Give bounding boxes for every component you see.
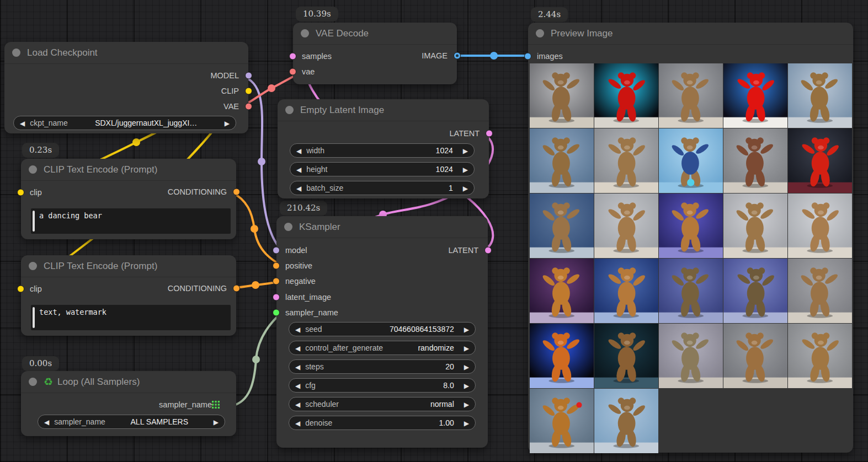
preview-image-10: [788, 128, 852, 193]
node-empty-latent-image[interactable]: Empty Latent Image LATENT width 1024 hei…: [278, 99, 489, 198]
conditioning-output-slot[interactable]: [233, 285, 240, 292]
dancing-bear-illustration: [539, 132, 585, 190]
preview-image-6: [530, 128, 594, 193]
dancing-bear-illustration: [603, 327, 649, 385]
increment-arrow-icon[interactable]: [225, 119, 230, 127]
timing-badge-ksampler: 210.42s: [280, 201, 327, 216]
seed-widget[interactable]: seed 704660864153872: [289, 322, 476, 336]
increment-arrow-icon[interactable]: [464, 343, 469, 352]
latent-output-slot[interactable]: [484, 247, 492, 254]
increment-arrow-icon[interactable]: [463, 146, 468, 155]
increment-arrow-icon[interactable]: [214, 417, 219, 426]
node-header[interactable]: CLIP Text Encode (Prompt): [21, 159, 236, 181]
batch-size-widget[interactable]: batch_size 1: [290, 181, 475, 195]
decrement-arrow-icon[interactable]: [295, 381, 300, 390]
decrement-arrow-icon[interactable]: [295, 325, 300, 334]
node-header[interactable]: Load Checkpoint: [4, 42, 248, 64]
node-header[interactable]: CLIP Text Encode (Prompt): [21, 255, 236, 277]
widget-value: 1: [449, 184, 453, 192]
node-preview-image[interactable]: Preview Image images: [528, 23, 853, 453]
clip-output-slot[interactable]: [245, 88, 252, 95]
node-header[interactable]: Empty Latent Image: [278, 99, 489, 121]
collapse-dot[interactable]: [301, 29, 309, 37]
node-title: KSampler: [299, 222, 340, 233]
images-input-slot[interactable]: [524, 53, 531, 60]
cfg-widget[interactable]: cfg 8.0: [289, 378, 476, 393]
preview-image-5: [788, 63, 852, 128]
decrement-arrow-icon[interactable]: [295, 362, 300, 371]
dancing-bear-illustration: [603, 67, 649, 125]
prompt-textarea[interactable]: text, watermark: [31, 305, 231, 330]
slot-label: CONDITIONING: [168, 284, 227, 293]
scheduler-widget[interactable]: scheduler normal: [289, 397, 476, 411]
positive-input-slot[interactable]: [273, 262, 280, 270]
width-widget[interactable]: width 1024: [290, 143, 475, 158]
decrement-arrow-icon[interactable]: [296, 146, 301, 155]
vae-output-slot[interactable]: [245, 103, 252, 110]
height-widget[interactable]: height 1024: [290, 162, 475, 176]
multi-output-grid-icon[interactable]: [212, 401, 220, 409]
increment-arrow-icon[interactable]: [463, 184, 468, 192]
decrement-arrow-icon[interactable]: [44, 417, 49, 426]
node-header[interactable]: VAE Decode: [293, 23, 457, 45]
prompt-textarea[interactable]: a dancing bear: [31, 208, 231, 234]
sampler-name-widget[interactable]: sampler_name ALL SAMPLERS: [38, 415, 225, 429]
increment-arrow-icon[interactable]: [464, 381, 469, 390]
preview-image-3: [659, 63, 723, 128]
collapse-dot[interactable]: [12, 49, 20, 57]
image-output-slot[interactable]: [454, 52, 461, 60]
decrement-arrow-icon[interactable]: [296, 165, 301, 174]
node-clip-text-encode-negative[interactable]: CLIP Text Encode (Prompt) clip CONDITION…: [21, 255, 236, 336]
collapse-dot[interactable]: [29, 262, 37, 270]
conditioning-output-slot[interactable]: [233, 189, 240, 196]
wire-reroute-dot: [258, 158, 265, 165]
node-header[interactable]: KSampler: [276, 216, 488, 238]
ckpt-name-widget[interactable]: ckpt_name SDXL/juggernautXL_juggXI…: [13, 116, 236, 130]
graph-canvas[interactable]: 10.39s 2.44s 0.23s 210.42s 0.00s Load Ch…: [0, 0, 868, 462]
decrement-arrow-icon[interactable]: [296, 184, 301, 192]
node-load-checkpoint[interactable]: Load Checkpoint MODEL CLIP VAE ckpt_name…: [4, 42, 248, 133]
increment-arrow-icon[interactable]: [464, 400, 469, 409]
increment-arrow-icon[interactable]: [464, 325, 469, 334]
collapse-dot[interactable]: [285, 106, 294, 114]
preview-image-20: [788, 259, 852, 323]
node-loop-all-samplers[interactable]: ♻ Loop (All Samplers) sampler_name sampl…: [21, 371, 236, 436]
timing-badge-vae-decode: 10.39s: [296, 7, 338, 22]
dancing-bear-illustration: [603, 197, 649, 255]
collapse-dot[interactable]: [29, 378, 37, 386]
slot-label: vae: [302, 67, 315, 76]
widget-value: ALL SAMPLERS: [131, 417, 189, 426]
node-header[interactable]: Preview Image: [528, 23, 853, 45]
model-output-slot[interactable]: [245, 72, 252, 79]
latent-image-input-slot[interactable]: [273, 294, 280, 301]
increment-arrow-icon[interactable]: [464, 362, 469, 371]
collapse-dot[interactable]: [29, 165, 37, 174]
wire-reroute-dot: [252, 356, 260, 363]
decrement-arrow-icon[interactable]: [20, 119, 25, 127]
node-ksampler[interactable]: KSampler model positive negative latent_…: [276, 216, 488, 448]
dancing-bear-illustration: [797, 197, 843, 255]
decrement-arrow-icon[interactable]: [295, 343, 300, 352]
latent-output-slot[interactable]: [486, 130, 493, 137]
control-after-generate-widget[interactable]: control_after_generate randomize: [289, 341, 476, 355]
slot-label: IMAGE: [422, 51, 448, 60]
widget-label: ckpt_name: [30, 119, 67, 127]
increment-arrow-icon[interactable]: [464, 418, 469, 427]
steps-widget[interactable]: steps 20: [289, 359, 476, 374]
node-vae-decode[interactable]: VAE Decode samples vae IMAGE: [293, 23, 457, 84]
negative-input-slot[interactable]: [273, 278, 280, 285]
increment-arrow-icon[interactable]: [463, 165, 468, 174]
decrement-arrow-icon[interactable]: [295, 418, 300, 427]
sampler-name-input-slot[interactable]: [273, 309, 280, 316]
denoise-widget[interactable]: denoise 1.00: [289, 416, 476, 430]
decrement-arrow-icon[interactable]: [295, 400, 300, 409]
collapse-dot[interactable]: [284, 223, 292, 231]
node-clip-text-encode-positive[interactable]: CLIP Text Encode (Prompt) clip CONDITION…: [21, 159, 236, 239]
node-header[interactable]: ♻ Loop (All Samplers): [21, 371, 236, 393]
widget-value: 1.00: [439, 418, 454, 427]
dancing-bear-illustration: [603, 132, 649, 190]
vae-input-slot[interactable]: [289, 68, 296, 76]
widget-value: 704660864153872: [390, 325, 454, 334]
collapse-dot[interactable]: [536, 29, 544, 37]
timing-badge-loop: 0.00s: [22, 356, 59, 371]
